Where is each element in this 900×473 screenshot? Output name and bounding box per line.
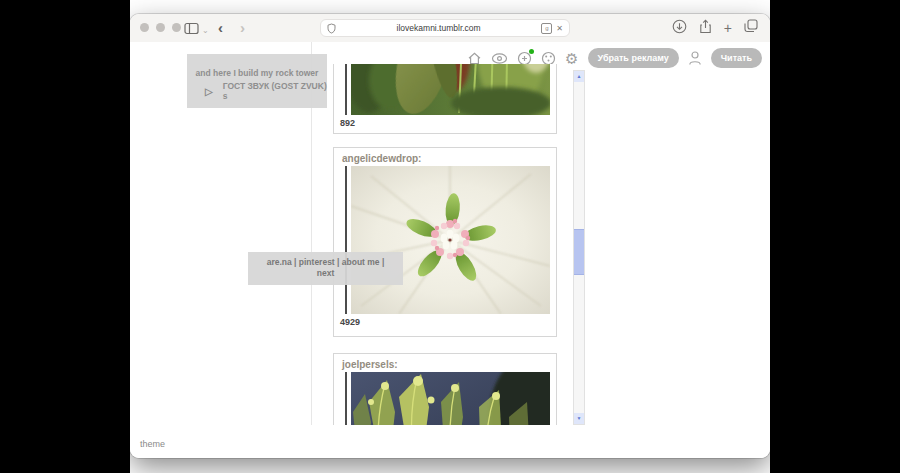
explore-eye-icon[interactable] [491,52,508,65]
remove-ads-button[interactable]: Убрать рекламу [588,48,679,68]
audio-track-label[interactable]: ГОСТ ЗВУК (GOST ZVUK) s [223,81,327,101]
blog-scroll-area[interactable]: 892 angelicdewdrop: [312,64,572,425]
description-text: and here I build my rock tower [196,68,319,78]
post-item: 892 [333,64,557,134]
address-bar[interactable]: ilovekamni.tumblr.com g ✕ [320,19,570,37]
webpage: ⚙ Убрать рекламу Читать [130,42,770,458]
post-item: joelpersels: [333,353,557,425]
toolbar-right-actions: + [672,14,758,42]
downloads-icon[interactable] [672,19,687,38]
black-side-bar-right [770,0,900,473]
scrollbar[interactable]: ▲ ▼ [573,70,585,425]
post-author-link[interactable]: joelpersels: [342,359,548,370]
share-icon[interactable] [699,19,712,38]
zoom-window-button[interactable] [172,23,181,32]
post-item: angelicdewdrop: [333,147,557,337]
scroll-down-arrow[interactable]: ▼ [574,413,584,424]
minimize-window-button[interactable] [156,23,165,32]
sidebar-toggle-button[interactable]: ⌄ [184,21,209,39]
desktop-background: ⌄ ‹ › ilovekamni.tumblr.com g ✕ + [0,0,900,473]
stop-loading-icon[interactable]: ✕ [556,24,563,33]
black-side-bar-left [0,0,130,473]
play-icon[interactable]: ▷ [205,86,213,97]
privacy-shield-icon[interactable] [327,23,336,34]
browser-toolbar: ⌄ ‹ › ilovekamni.tumblr.com g ✕ + [130,14,770,43]
nav-links-line1[interactable]: are.na | pinterest | about me | [267,257,385,267]
note-count[interactable]: 4929 [340,317,550,327]
notification-dot [529,49,534,54]
post-image-flower[interactable] [351,166,550,314]
note-count[interactable]: 892 [340,118,550,128]
blog-nav-links-box[interactable]: are.na | pinterest | about me | next [248,252,403,285]
post-blockquote [345,372,548,425]
chevron-down-icon[interactable]: ⌄ [202,26,209,35]
scrollbar-thumb[interactable] [574,229,584,275]
nav-links-line2[interactable]: next [317,268,334,278]
forward-button[interactable]: › [240,17,245,39]
audio-player-row: ▷ ГОСТ ЗВУК (GOST ZVUK) s [187,81,327,101]
blog-description-box: and here I build my rock tower ▷ ГОСТ ЗВ… [187,54,327,108]
post-blockquote [345,166,548,314]
window-controls [140,23,181,32]
tab-overview-icon[interactable] [744,19,758,37]
post-author-link[interactable]: angelicdewdrop: [342,153,548,164]
post-blockquote [345,64,548,115]
account-person-icon[interactable] [688,50,702,66]
extension-badge-icon[interactable]: g [541,23,552,34]
scroll-up-arrow[interactable]: ▲ [574,71,584,82]
back-button[interactable]: ‹ [218,17,223,39]
new-tab-icon[interactable]: + [724,21,732,35]
follow-button[interactable]: Читать [711,48,762,68]
post-image-garden[interactable] [351,64,550,115]
close-window-button[interactable] [140,23,149,32]
theme-credit-link[interactable]: theme [140,439,165,449]
sidebar-icon [184,21,199,39]
safari-window: ⌄ ‹ › ilovekamni.tumblr.com g ✕ + [130,14,770,458]
url-text: ilovekamni.tumblr.com [336,23,541,33]
post-image-plants[interactable] [351,372,550,425]
